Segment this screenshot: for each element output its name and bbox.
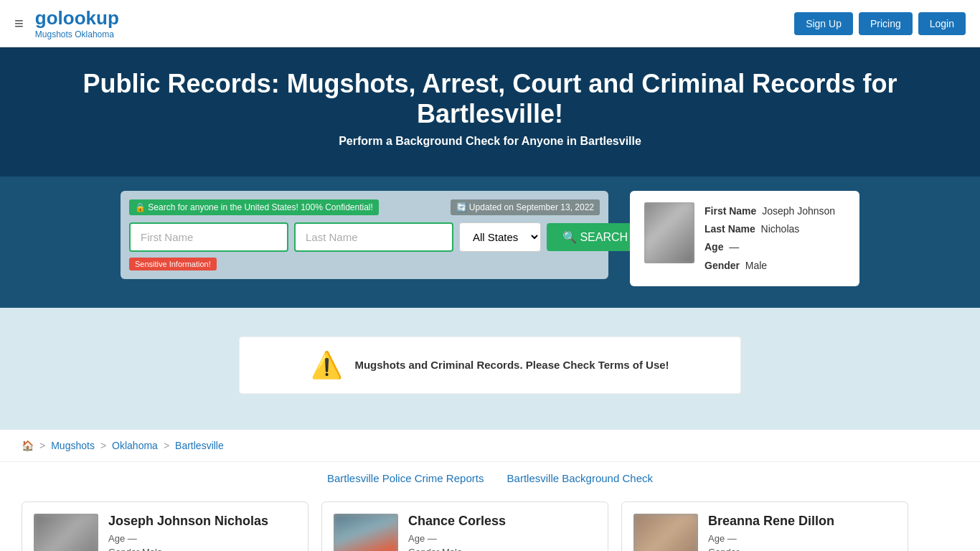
links-bar: Bartlesville Police Crime Reports Bartle…: [0, 462, 980, 491]
lastname-value: Nicholas: [761, 223, 800, 235]
hero-section: Public Records: Mugshots, Arrest, Court …: [0, 47, 980, 176]
card-avatar: [334, 514, 398, 551]
person-lastname-row: Last Name Nicholas: [705, 220, 835, 238]
header: ≡ golookup Mugshots Oklahoma Sign Up Pri…: [0, 0, 980, 47]
card-name: Chance Corless: [408, 514, 596, 529]
person-avatar: [644, 202, 694, 263]
firstname-label: First Name: [705, 205, 756, 217]
breadcrumb-sep1: >: [39, 440, 45, 451]
card-top: Chance Corless Age — Gender Male: [334, 514, 596, 551]
breadcrumb-mugshots[interactable]: Mugshots: [51, 440, 95, 451]
gender-value: Male: [745, 260, 767, 271]
card-details: Breanna Rene Dillon Age — Gender —: [708, 514, 896, 551]
signup-button[interactable]: Sign Up: [794, 12, 853, 35]
warning-section: ⚠️ Mugshots and Criminal Records. Please…: [0, 308, 980, 430]
breadcrumb-sep2: >: [100, 440, 106, 451]
record-card: Breanna Rene Dillon Age — Gender — Possi…: [621, 501, 908, 551]
warning-icon: ⚠️: [311, 350, 343, 380]
record-card: Chance Corless Age — Gender Male Possibl…: [321, 501, 608, 551]
card-gender: Gender Male: [408, 547, 596, 551]
person-gender-row: Gender Male: [705, 257, 835, 275]
card-top: Breanna Rene Dillon Age — Gender —: [633, 514, 896, 551]
card-top: Joseph Johnson Nicholas Age — Gender Mal…: [34, 514, 296, 551]
firstname-value: Joseph Johnson: [762, 205, 835, 217]
records-grid: Joseph Johnson Nicholas Age — Gender Mal…: [0, 491, 980, 551]
card-details: Chance Corless Age — Gender Male: [408, 514, 596, 551]
card-avatar: [34, 514, 98, 551]
logo-name: golookup: [35, 7, 119, 29]
age-value: —: [729, 241, 739, 253]
page-title: Public Records: Mugshots, Arrest, Court …: [14, 69, 966, 129]
hero-subtitle: Perform a Background Check for Anyone in…: [14, 135, 966, 148]
breadcrumb-oklahoma[interactable]: Oklahoma: [112, 440, 158, 451]
header-left: ≡ golookup Mugshots Oklahoma: [14, 7, 119, 39]
search-area: 🔒 Search for anyone in the United States…: [0, 176, 980, 308]
record-card: Joseph Johnson Nicholas Age — Gender Mal…: [22, 501, 308, 551]
logo-subtitle: Mugshots Oklahoma: [35, 29, 119, 39]
card-name: Joseph Johnson Nicholas: [108, 514, 296, 529]
breadcrumb-sep3: >: [164, 440, 169, 451]
police-reports-link[interactable]: Bartlesville Police Crime Reports: [327, 472, 484, 484]
breadcrumb: 🏠 > Mugshots > Oklahoma > Bartlesville: [0, 430, 980, 462]
login-button[interactable]: Login: [918, 12, 966, 35]
person-card: First Name Joseph Johnson Last Name Nich…: [630, 191, 859, 286]
header-nav: Sign Up Pricing Login: [794, 12, 966, 35]
background-check-link[interactable]: Bartlesville Background Check: [507, 472, 653, 484]
sensitive-info-tag: Sensitive Information!: [129, 258, 217, 270]
last-name-input[interactable]: [294, 222, 453, 252]
card-gender: Gender —: [708, 547, 896, 551]
gender-label: Gender: [705, 260, 740, 271]
card-details: Joseph Johnson Nicholas Age — Gender Mal…: [108, 514, 296, 551]
search-inputs: All States 🔍 SEARCH: [129, 222, 600, 252]
person-firstname-row: First Name Joseph Johnson: [705, 202, 835, 220]
state-select[interactable]: All States: [459, 222, 541, 252]
updated-notice: 🔄 Updated on September 13, 2022: [451, 199, 600, 215]
warning-text: Mugshots and Criminal Records. Please Ch…: [354, 359, 669, 371]
hamburger-menu[interactable]: ≡: [14, 14, 24, 33]
lastname-label: Last Name: [705, 223, 755, 235]
warning-banner: ⚠️ Mugshots and Criminal Records. Please…: [239, 336, 741, 394]
breadcrumb-bartlesville[interactable]: Bartlesville: [175, 440, 224, 451]
card-age: Age —: [108, 533, 296, 544]
logo: golookup Mugshots Oklahoma: [35, 7, 119, 39]
pricing-button[interactable]: Pricing: [859, 12, 913, 35]
card-age: Age —: [408, 533, 596, 544]
search-button[interactable]: 🔍 SEARCH: [547, 223, 644, 251]
person-info: First Name Joseph Johnson Last Name Nich…: [705, 202, 835, 275]
breadcrumb-home[interactable]: 🏠: [22, 440, 34, 451]
card-age: Age —: [708, 533, 896, 544]
card-name: Breanna Rene Dillon: [708, 514, 896, 529]
card-avatar: [633, 514, 698, 551]
first-name-input[interactable]: [129, 222, 288, 252]
person-age-row: Age —: [705, 238, 835, 256]
search-box: 🔒 Search for anyone in the United States…: [121, 191, 608, 279]
card-gender: Gender Male: [108, 547, 296, 551]
search-notices: 🔒 Search for anyone in the United States…: [129, 199, 600, 215]
age-label: Age: [705, 241, 723, 253]
confidential-notice: 🔒 Search for anyone in the United States…: [129, 199, 379, 215]
